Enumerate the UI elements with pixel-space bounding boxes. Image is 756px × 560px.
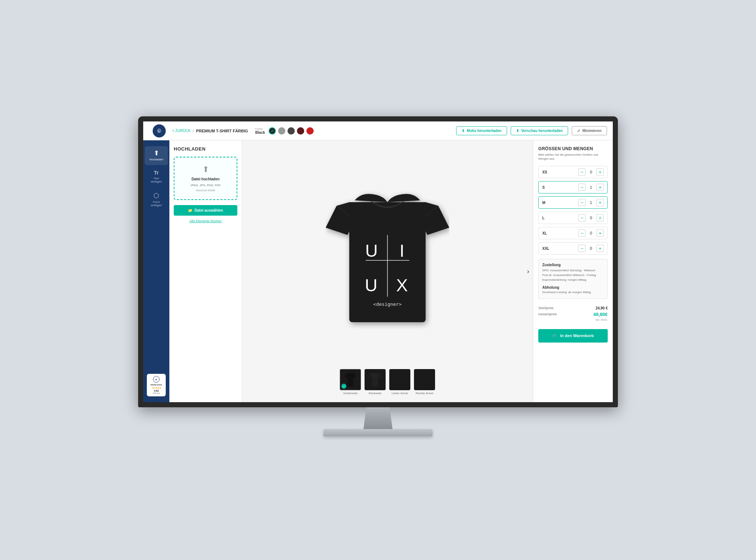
- size-label-xs: XS: [542, 170, 553, 174]
- qty-increase-m[interactable]: +: [596, 199, 604, 206]
- sidebar-item-hochladen[interactable]: ⬆ Hochladen: [145, 146, 168, 165]
- logo: ©: [153, 124, 166, 137]
- size-label-m: M: [542, 201, 553, 205]
- thumb-back-img[interactable]: [365, 369, 386, 390]
- unit-price-value: 24,90 €: [596, 306, 608, 310]
- qty-value-xs: 0: [588, 170, 594, 174]
- svg-text:X: X: [396, 276, 408, 295]
- upload-dropzone[interactable]: ⬆ Datei hochladen JPEG, JPG, PNG, PDF Ma…: [174, 157, 237, 200]
- qty-decrease-l[interactable]: −: [578, 214, 586, 221]
- breadcrumb-sep: /: [193, 129, 194, 133]
- download-motiv-button[interactable]: ⬇ Motiv herunterladen: [456, 126, 507, 135]
- thumbnail-left-sleeve[interactable]: Linker Ärmel: [389, 369, 410, 395]
- thumb-back-label: Rückseite: [369, 392, 381, 395]
- qty-controls-xl: − 0 +: [578, 229, 604, 237]
- delivery-dpd: DPD: voraussichtlich Dienstag - Mittwoch: [542, 268, 604, 273]
- qty-decrease-m[interactable]: −: [578, 199, 586, 206]
- right-panel: GRÖSSEN UND MENGEN Bitte wählen Sie die …: [533, 140, 613, 402]
- upload-panel: HOCHLADEN ⬆ Datei hochladen JPEG, JPG, P…: [169, 140, 242, 402]
- upload-formats: JPEG, JPG, PNG, PDF: [179, 183, 232, 187]
- select-file-button[interactable]: 📁 Datei auswählen: [174, 205, 237, 216]
- upload-main-text: Datei hochladen: [179, 177, 232, 181]
- sidebar-item-form[interactable]: ⬡ Form einfügen: [145, 189, 168, 211]
- canvas-area: U I U X <designer>: [242, 140, 533, 402]
- qty-decrease-xl[interactable]: −: [578, 229, 586, 237]
- trust-score: 4.82: [149, 389, 164, 392]
- qty-controls-l: − 0 +: [578, 214, 604, 221]
- trust-logo: e: [153, 376, 160, 383]
- color-swatch-gray[interactable]: [278, 127, 285, 135]
- qty-value-xxl: 0: [588, 246, 594, 251]
- qty-value-xl: 0: [588, 231, 594, 235]
- color-value-text: Black: [255, 131, 265, 135]
- delivery-box: Zustellung DPD: voraussichtlich Dienstag…: [538, 259, 608, 299]
- qty-increase-s[interactable]: +: [596, 184, 604, 191]
- thumb-right-label: Rechte Ärmel: [416, 392, 433, 395]
- add-to-cart-button[interactable]: 🛒 In den Warenkorb: [538, 329, 608, 343]
- trust-badge: e Käuferschutz ★★★★★ 4.82 Sehr gut: [147, 374, 166, 396]
- folder-icon: 📁: [188, 208, 192, 212]
- monitor-stand: [323, 429, 433, 436]
- color-swatch-red[interactable]: [306, 127, 314, 135]
- logo-area: ©: [149, 124, 169, 137]
- thumb-back-svg: [368, 372, 382, 388]
- color-swatch-darkred[interactable]: [297, 127, 304, 135]
- back-link[interactable]: < ZURÜCK: [172, 129, 190, 133]
- thumb-left-img[interactable]: [389, 369, 410, 390]
- download-icon: ⬇: [462, 129, 465, 133]
- text-icon: Tr: [154, 170, 158, 175]
- size-label-xxl: XXL: [542, 247, 553, 251]
- qty-decrease-xs[interactable]: −: [578, 168, 586, 176]
- color-swatch-black[interactable]: [269, 127, 276, 135]
- main-layout: ⬆ Hochladen Tr Text einfügen ⬡ Form einf…: [143, 140, 613, 402]
- clear-all-link[interactable]: Alle Elemente löschen: [174, 219, 237, 223]
- download-preview-button[interactable]: ⬇ Vorschau herunterladen: [511, 126, 568, 135]
- thumb-checkmark: ✓: [341, 384, 346, 389]
- sidebar-label-hochladen: Hochladen: [149, 158, 163, 161]
- qty-controls-s: − 1 +: [578, 184, 604, 191]
- size-row-s: S − 1 +: [538, 181, 608, 193]
- pricing-section: Stückpreis 24,90 € Gesamtpreis 49,80€ in…: [538, 303, 608, 324]
- top-bar-actions: ⬇ Motiv herunterladen ⬇ Vorschau herunte…: [456, 126, 607, 135]
- thumb-front-img[interactable]: ✓: [340, 369, 361, 390]
- breadcrumb-current: PREMIUM T-SHIRT FÄRBIG: [196, 129, 248, 133]
- svg-text:U: U: [365, 241, 377, 260]
- qty-value-s: 1: [588, 185, 594, 189]
- color-label-text: Farbe: [255, 127, 265, 131]
- size-row-xs: XS − 0 +: [538, 166, 608, 178]
- minimize-button[interactable]: ⤢ Minimieren: [572, 126, 607, 135]
- sidebar-label-text: Text einfügen: [151, 177, 162, 184]
- trust-stars: ★★★★★: [149, 387, 164, 389]
- thumbnail-right-sleeve[interactable]: Rechte Ärmel: [414, 369, 435, 395]
- qty-decrease-xxl[interactable]: −: [578, 245, 586, 252]
- nav-arrow-right[interactable]: ›: [527, 268, 529, 275]
- sidebar-label-form: Form einfügen: [151, 200, 162, 207]
- qty-controls-xxl: − 0 +: [578, 245, 604, 252]
- qty-value-m: 1: [588, 200, 594, 205]
- thumb-right-img[interactable]: [414, 369, 435, 390]
- qty-increase-xxl[interactable]: +: [596, 245, 604, 252]
- trust-title: Käuferschutz: [149, 384, 164, 386]
- qty-controls-xs: − 0 +: [578, 168, 604, 176]
- size-row-xl: XL − 0 +: [538, 227, 608, 239]
- color-swatch-darkgray[interactable]: [287, 127, 295, 135]
- size-row-xxl: XXL − 0 +: [538, 242, 608, 255]
- color-selector: Farbe Black: [255, 127, 314, 135]
- left-sidebar: ⬆ Hochladen Tr Text einfügen ⬡ Form einf…: [143, 140, 169, 402]
- top-bar: © < ZURÜCK / PREMIUM T-SHIRT FÄRBIG Farb…: [143, 121, 613, 140]
- color-label: Farbe Black: [255, 127, 265, 135]
- svg-text:U: U: [365, 276, 378, 295]
- sidebar-item-text[interactable]: Tr Text einfügen: [145, 167, 168, 187]
- thumbnail-front[interactable]: ✓ Vorderseite: [340, 369, 361, 395]
- total-price-label: Gesamtpreis: [538, 312, 557, 316]
- thumb-left-svg: [393, 372, 407, 388]
- qty-increase-xs[interactable]: +: [596, 168, 604, 176]
- qty-decrease-s[interactable]: −: [578, 184, 586, 191]
- minimize-icon: ⤢: [577, 129, 580, 133]
- qty-increase-l[interactable]: +: [596, 214, 604, 221]
- delivery-post: Post.at: voraussichtlich Mittwoch - Frei…: [542, 273, 604, 278]
- size-row-m: M − 1 +: [538, 196, 608, 209]
- total-price-row: Gesamtpreis 49,80€: [538, 312, 608, 317]
- thumbnail-back[interactable]: Rückseite: [365, 369, 386, 395]
- qty-increase-xl[interactable]: +: [596, 229, 604, 237]
